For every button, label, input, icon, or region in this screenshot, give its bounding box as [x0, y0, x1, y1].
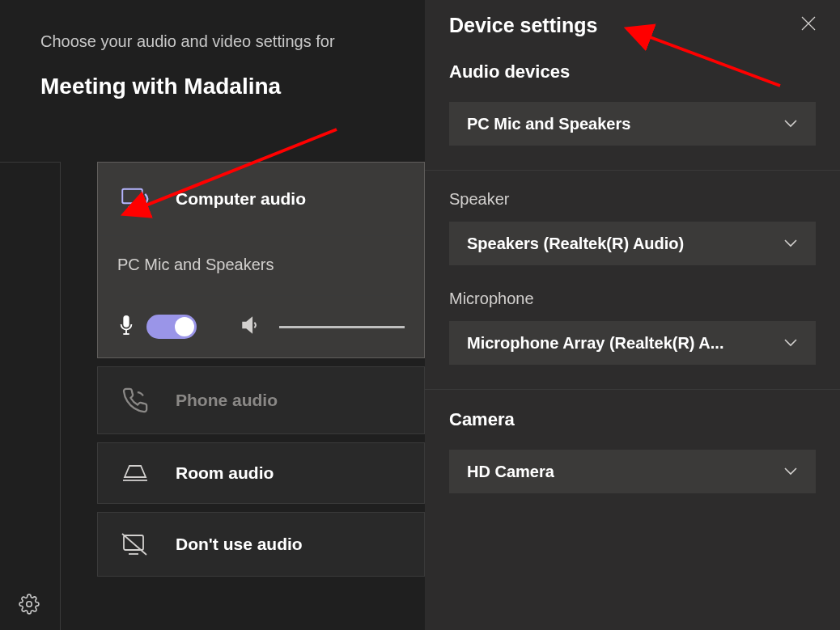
computer-audio-details: PC Mic and Speakers — [98, 235, 424, 357]
join-header: Choose your audio and video settings for… — [0, 0, 425, 99]
option-phone-audio[interactable]: Phone audio — [97, 366, 425, 434]
divider — [117, 295, 405, 296]
section-speaker: Speaker Speakers (Realtek(R) Audio) — [425, 190, 840, 290]
microphone-dropdown[interactable]: Microphone Array (Realtek(R) A... — [449, 321, 816, 365]
chevron-down-icon — [783, 464, 798, 479]
device-settings-panel: Device settings Audio devices PC Mic and… — [425, 0, 840, 630]
camera-dropdown[interactable]: HD Camera — [449, 450, 816, 493]
section-label: Speaker — [449, 190, 816, 209]
divider — [425, 389, 840, 390]
option-room-audio[interactable]: Room audio — [97, 442, 425, 504]
option-label: Don't use audio — [176, 535, 303, 554]
microphone-icon — [117, 314, 135, 340]
section-label: Microphone — [449, 290, 816, 308]
svg-rect-1 — [122, 189, 142, 204]
option-no-audio[interactable]: Don't use audio — [97, 512, 425, 577]
toggle-knob — [175, 317, 194, 336]
section-camera: Camera HD Camera — [425, 409, 840, 518]
chevron-down-icon — [783, 336, 798, 350]
left-rail — [0, 162, 61, 630]
chevron-down-icon — [783, 236, 798, 251]
section-microphone: Microphone Microphone Array (Realtek(R) … — [425, 290, 840, 389]
close-button[interactable] — [795, 11, 822, 39]
volume-slider[interactable] — [279, 326, 405, 328]
settings-button[interactable] — [15, 591, 44, 620]
chevron-down-icon — [783, 116, 798, 131]
svg-point-0 — [27, 602, 32, 607]
audio-options-list: Computer audio PC Mic and Speakers — [97, 162, 425, 585]
section-audio-devices: Audio devices PC Mic and Speakers — [425, 61, 840, 170]
selected-device-text: PC Mic and Speakers — [117, 256, 405, 274]
speaker-icon — [240, 315, 261, 339]
option-label: Room audio — [176, 463, 274, 483]
section-label: Camera — [449, 409, 816, 430]
option-computer-audio[interactable]: Computer audio PC Mic and Speakers — [97, 162, 425, 358]
option-header: Computer audio — [98, 163, 424, 235]
option-label: Computer audio — [176, 189, 306, 209]
dropdown-value: Microphone Array (Realtek(R) A... — [467, 334, 723, 353]
dropdown-value: Speakers (Realtek(R) Audio) — [467, 235, 684, 253]
join-subtitle: Choose your audio and video settings for — [40, 32, 384, 51]
gear-icon — [19, 594, 40, 618]
dropdown-value: PC Mic and Speakers — [467, 115, 630, 133]
svg-marker-7 — [243, 318, 252, 332]
svg-rect-4 — [123, 315, 129, 328]
monitor-mute-icon — [117, 532, 153, 556]
phone-icon — [117, 387, 153, 414]
divider — [425, 170, 840, 171]
audio-device-dropdown[interactable]: PC Mic and Speakers — [449, 102, 816, 146]
section-label: Audio devices — [449, 61, 816, 82]
monitor-speaker-icon — [117, 182, 153, 216]
settings-header: Device settings — [425, 0, 840, 61]
meeting-join-pane: Choose your audio and video settings for… — [0, 0, 425, 630]
audio-controls-row — [117, 314, 405, 340]
settings-title: Device settings — [449, 14, 597, 37]
meeting-title: Meeting with Madalina — [40, 74, 384, 99]
mic-toggle[interactable] — [146, 315, 197, 339]
option-label: Phone audio — [176, 391, 278, 410]
room-icon — [117, 463, 153, 484]
dropdown-value: HD Camera — [467, 463, 554, 481]
speaker-dropdown[interactable]: Speakers (Realtek(R) Audio) — [449, 222, 816, 265]
close-icon — [800, 15, 817, 35]
